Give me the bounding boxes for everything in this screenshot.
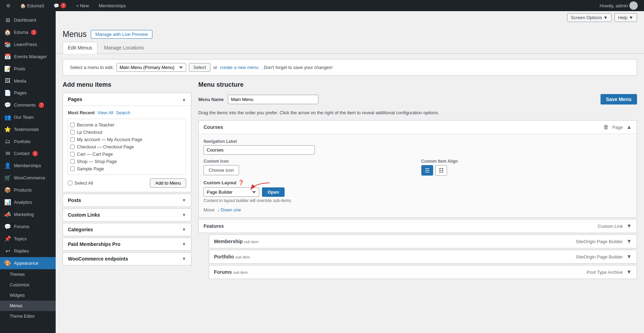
nav-label-input[interactable] bbox=[204, 145, 315, 155]
page-checkbox-my-account[interactable] bbox=[70, 137, 75, 142]
custom-item-align-section: Custom Item Align ☰ ☷ bbox=[421, 159, 632, 176]
courses-delete-icon[interactable]: 🗑 bbox=[603, 124, 609, 130]
sidebar-item-label: Portfolio bbox=[14, 139, 31, 144]
sidebar-item-theme-editor[interactable]: Theme Editor bbox=[0, 311, 56, 322]
sidebar-item-label: Pages bbox=[14, 90, 27, 95]
create-new-menu-link[interactable]: create a new menu bbox=[220, 65, 259, 70]
portfolio-sub-item: Portfolio sub item SiteOrigin Page Build… bbox=[209, 250, 637, 264]
page-checkbox-shop[interactable] bbox=[70, 159, 75, 164]
live-preview-button[interactable]: Manage with Live Preview bbox=[91, 30, 152, 39]
custom-links-accordion-header[interactable]: Custom Links ▼ bbox=[63, 209, 191, 221]
pages-accordion-header[interactable]: Pages ▲ bbox=[63, 93, 191, 106]
features-menu-item-name: Features bbox=[204, 223, 594, 229]
sidebar-item-marketing[interactable]: 📣 Marketing bbox=[0, 208, 56, 220]
menu-select-dropdown[interactable]: Main Menu (Primary Menu) bbox=[117, 63, 186, 72]
sidebar-item-label: Replies bbox=[14, 248, 29, 254]
portfolio-sub-item-header[interactable]: Portfolio sub item SiteOrigin Page Build… bbox=[209, 250, 637, 263]
help-button[interactable]: Help ▼ bbox=[614, 13, 637, 22]
sidebar-item-products[interactable]: 📦 Products bbox=[0, 184, 56, 196]
sidebar-item-replies[interactable]: ↩ Replies bbox=[0, 245, 56, 257]
align-left-button[interactable]: ☰ bbox=[421, 165, 433, 176]
tab-view-all[interactable]: View All bbox=[97, 110, 113, 115]
sidebar-item-portfolio[interactable]: 🗂 Portfolio bbox=[0, 135, 56, 147]
courses-expand-icon[interactable]: ▲ bbox=[626, 124, 632, 130]
select-all-checkbox[interactable] bbox=[68, 181, 72, 185]
paid-memberships-chevron-down-icon: ▼ bbox=[182, 242, 186, 247]
forums-sub-item-header[interactable]: Forums sub item Post Type Archive ▼ bbox=[209, 265, 637, 279]
sidebar-item-comments[interactable]: 💬 Comments 7 bbox=[0, 99, 56, 111]
features-menu-item-header[interactable]: Features Custom Link ▼ bbox=[199, 219, 637, 233]
posts-accordion-header[interactable]: Posts ▼ bbox=[63, 194, 191, 207]
align-right-button[interactable]: ☷ bbox=[435, 165, 447, 176]
sidebar-item-eduma[interactable]: 🏠 Eduma 1 bbox=[0, 26, 56, 38]
sidebar-item-memberships[interactable]: 👤 Memberships bbox=[0, 160, 56, 172]
menu-structure-title: Menu structure bbox=[198, 81, 637, 88]
sidebar-item-customize[interactable]: Customize bbox=[0, 280, 56, 290]
sidebar-item-events[interactable]: 📅 Events Manager bbox=[0, 51, 56, 63]
select-all-label[interactable]: Select All bbox=[68, 180, 93, 186]
sidebar-item-label: Forums bbox=[14, 224, 29, 229]
sidebar-item-pages[interactable]: 📄 Pages bbox=[0, 87, 56, 99]
sidebar-item-topics[interactable]: 📌 Topics bbox=[0, 233, 56, 245]
sidebar-item-contact[interactable]: ✉ Contact 1 bbox=[0, 147, 56, 160]
memberships-button[interactable]: Memberships bbox=[96, 0, 129, 11]
list-item: Sample Page bbox=[70, 165, 184, 172]
forums-expand-icon[interactable]: ▼ bbox=[626, 269, 632, 275]
howdy-button[interactable]: Howdy, admin bbox=[597, 0, 641, 11]
help-icon[interactable]: ❓ bbox=[238, 180, 244, 185]
sidebar-item-label: Testimonials bbox=[14, 127, 39, 132]
page-checkbox-cart[interactable] bbox=[70, 152, 75, 156]
open-layout-button[interactable]: Open bbox=[262, 187, 285, 197]
woocommerce-endpoints-accordion-label: WooCommerce endpoints bbox=[68, 256, 128, 262]
sidebar-item-widgets[interactable]: Widgets bbox=[0, 290, 56, 301]
sidebar-item-dashboard[interactable]: ⊞ Dashboard bbox=[0, 14, 56, 26]
sidebar-item-themes[interactable]: Themes bbox=[0, 269, 56, 280]
portfolio-expand-icon[interactable]: ▼ bbox=[626, 254, 632, 260]
save-menu-button[interactable]: Save Menu bbox=[601, 94, 637, 104]
custom-links-chevron-down-icon: ▼ bbox=[182, 212, 186, 217]
tab-edit-menus[interactable]: Edit Menus bbox=[63, 42, 97, 54]
membership-sub-item-header[interactable]: Membership sub item SiteOrigin Page Buil… bbox=[209, 235, 637, 248]
sidebar-item-learnpress[interactable]: 📚 LearnPress bbox=[0, 38, 56, 51]
features-expand-icon[interactable]: ▼ bbox=[626, 223, 632, 229]
comments-button[interactable]: 💬 7 bbox=[51, 0, 69, 11]
paid-memberships-accordion-header[interactable]: Paid Memberships Pro ▼ bbox=[63, 238, 191, 250]
sidebar-item-media[interactable]: 🖼 Media bbox=[0, 75, 56, 87]
categories-accordion-header[interactable]: Categories ▼ bbox=[63, 223, 191, 236]
custom-icon-section: Custom Icon Choose icon bbox=[204, 159, 414, 176]
layout-hint: Content in layout builder will override … bbox=[204, 198, 632, 203]
sidebar-item-testimonials[interactable]: ⭐ Testimonials bbox=[0, 123, 56, 135]
choose-icon-button[interactable]: Choose icon bbox=[204, 165, 239, 175]
sidebar-item-menus[interactable]: Menus bbox=[0, 301, 56, 311]
page-checkbox-become-teacher[interactable] bbox=[70, 123, 75, 127]
courses-menu-item-header[interactable]: Courses 🗑 Page ▲ bbox=[199, 121, 637, 134]
page-checkbox-checkout[interactable] bbox=[70, 145, 75, 149]
sidebar-item-label: Widgets bbox=[10, 293, 25, 298]
wp-logo-button[interactable]: ⚙ bbox=[3, 0, 13, 11]
memberships-sidebar-icon: 👤 bbox=[4, 162, 11, 169]
screen-options-button[interactable]: Screen Options ▼ bbox=[567, 13, 612, 22]
membership-expand-icon[interactable]: ▼ bbox=[626, 238, 632, 245]
tab-search[interactable]: Search bbox=[116, 110, 130, 115]
woocommerce-icon: 🛒 bbox=[4, 175, 11, 181]
forums-sub-badge: sub item bbox=[233, 270, 248, 274]
sidebar-item-forums[interactable]: 💬 Forums bbox=[0, 220, 56, 233]
sidebar-item-woocommerce[interactable]: 🛒 WooCommerce bbox=[0, 172, 56, 184]
sidebar-item-our-team[interactable]: 👥 Our Team bbox=[0, 111, 56, 123]
sidebar-item-analytics[interactable]: 📊 Analytics bbox=[0, 196, 56, 208]
layout-select-dropdown[interactable]: Page Builder Default bbox=[204, 187, 259, 197]
add-to-menu-button[interactable]: Add to Menu bbox=[150, 178, 186, 188]
menu-name-input[interactable] bbox=[228, 95, 318, 104]
woocommerce-endpoints-accordion-header[interactable]: WooCommerce endpoints ▼ bbox=[63, 253, 191, 265]
page-checkbox-lp-checkout[interactable] bbox=[70, 130, 75, 134]
arrow-down-icon: ↓ bbox=[217, 207, 220, 212]
select-button[interactable]: Select bbox=[189, 63, 210, 72]
page-checkbox-sample[interactable] bbox=[70, 166, 75, 171]
new-content-button[interactable]: + New bbox=[73, 0, 92, 11]
move-label: Move bbox=[204, 207, 215, 212]
tab-manage-locations[interactable]: Manage Locations bbox=[99, 42, 149, 53]
sidebar-item-appearance[interactable]: 🎨 Appearance bbox=[0, 257, 56, 269]
sidebar-item-posts[interactable]: 📝 Posts bbox=[0, 63, 56, 75]
move-down-one-link[interactable]: ↓ Down one bbox=[217, 207, 241, 212]
site-name-button[interactable]: 🏠 Eduma3 bbox=[17, 0, 47, 11]
